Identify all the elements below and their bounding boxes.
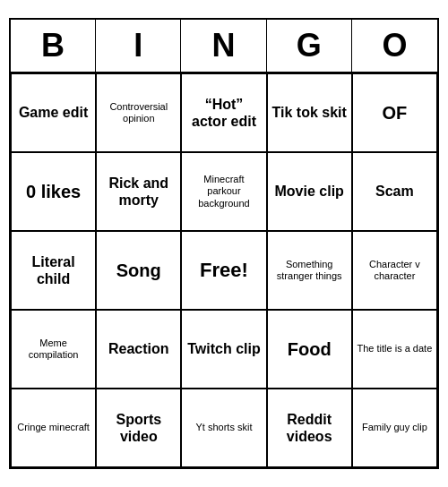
cell-text: Rick and morty <box>100 175 177 209</box>
cell-text: Twitch clip <box>187 340 260 357</box>
cell-text: Game edit <box>19 104 88 121</box>
cell-text: Movie clip <box>275 183 344 200</box>
bingo-cell-19: The title is a date <box>352 310 437 389</box>
cell-text: Reddit videos <box>271 411 348 445</box>
bingo-cell-2: “Hot” actor edit <box>181 73 266 152</box>
header-letter: I <box>96 20 181 72</box>
bingo-cell-18: Food <box>267 310 352 389</box>
bingo-cell-14: Character v character <box>352 231 437 310</box>
header-letter: B <box>11 20 96 72</box>
cell-text: Sports video <box>100 411 177 445</box>
cell-text: Tik tok skit <box>272 104 347 121</box>
bingo-cell-7: Minecraft parkour background <box>181 152 266 231</box>
cell-text: 0 likes <box>26 181 81 202</box>
bingo-cell-3: Tik tok skit <box>267 73 352 152</box>
bingo-cell-1: Controversial opinion <box>96 73 181 152</box>
header-letter: G <box>267 20 352 72</box>
cell-text: OF <box>383 102 408 124</box>
bingo-cell-0: Game edit <box>11 73 96 152</box>
cell-text: Free! <box>200 259 248 282</box>
bingo-cell-21: Sports video <box>96 389 181 467</box>
bingo-cell-8: Movie clip <box>267 152 352 231</box>
bingo-cell-4: OF <box>352 73 437 152</box>
bingo-cell-10: Literal child <box>11 231 96 310</box>
bingo-cell-15: Meme compilation <box>11 310 96 389</box>
header-letter: N <box>181 20 266 72</box>
bingo-cell-20: Cringe minecraft <box>11 389 96 467</box>
header-letter: O <box>352 20 437 72</box>
bingo-cell-17: Twitch clip <box>181 310 266 389</box>
cell-text: Family guy clip <box>362 422 427 433</box>
bingo-header: BINGO <box>11 20 437 73</box>
bingo-cell-6: Rick and morty <box>96 152 181 231</box>
cell-text: Character v character <box>357 259 433 282</box>
bingo-cell-16: Reaction <box>96 310 181 389</box>
bingo-cell-9: Scam <box>352 152 437 231</box>
cell-text: “Hot” actor edit <box>185 96 262 130</box>
cell-text: Food <box>288 338 332 360</box>
bingo-card: BINGO Game editControversial opinion“Hot… <box>9 18 439 469</box>
cell-text: The title is a date <box>358 343 433 355</box>
cell-text: Minecraft parkour background <box>185 174 262 209</box>
bingo-cell-5: 0 likes <box>11 152 96 231</box>
bingo-cell-12: Free! <box>181 231 266 310</box>
bingo-cell-24: Family guy clip <box>352 389 437 467</box>
cell-text: Song <box>116 260 161 281</box>
cell-text: Cringe minecraft <box>17 422 90 433</box>
bingo-cell-11: Song <box>96 231 181 310</box>
cell-text: Reaction <box>108 340 169 357</box>
bingo-cell-22: Yt shorts skit <box>181 389 266 467</box>
bingo-cell-13: Something stranger things <box>267 231 352 310</box>
cell-text: Literal child <box>15 253 91 287</box>
cell-text: Meme compilation <box>15 337 91 361</box>
cell-text: Something stranger things <box>271 259 348 282</box>
cell-text: Controversial opinion <box>100 101 177 124</box>
bingo-grid: Game editControversial opinion“Hot” acto… <box>11 73 437 467</box>
cell-text: Scam <box>375 183 414 200</box>
bingo-cell-23: Reddit videos <box>267 389 352 467</box>
cell-text: Yt shorts skit <box>196 422 253 433</box>
